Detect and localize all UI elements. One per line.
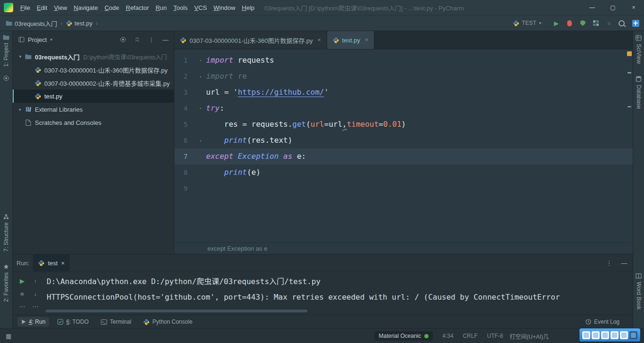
- run-tab[interactable]: test ×: [33, 254, 70, 271]
- tree-item[interactable]: test.py: [13, 90, 174, 103]
- tool-windows-toggle-icon[interactable]: ▦: [6, 333, 11, 340]
- code-line[interactable]: 6▴ print(res.text): [174, 132, 633, 148]
- run-options-button[interactable]: ⋮: [605, 259, 613, 267]
- menu-refactor[interactable]: Refactor: [123, 2, 152, 13]
- menu-window[interactable]: Window: [210, 2, 239, 13]
- menu-help[interactable]: Help: [239, 2, 258, 13]
- tool-tab-project[interactable]: 1: Project: [3, 35, 9, 67]
- tool-tab-structure[interactable]: 7: Structure: [3, 214, 9, 252]
- tool-tab-python-console[interactable]: Python Console: [140, 317, 196, 327]
- close-icon[interactable]: ×: [365, 37, 368, 43]
- tree-item[interactable]: Scratches and Consoles: [13, 116, 174, 129]
- code-line[interactable]: 3url = 'https://github.com/': [174, 84, 633, 100]
- profiler-button[interactable]: [592, 19, 600, 27]
- workspace: Project ▾ ⋮— ▾03requests入门D:\python\爬虫课\…: [13, 31, 633, 254]
- more-actions-button[interactable]: ⋯: [16, 300, 29, 313]
- line-separator-widget[interactable]: CRLF: [463, 333, 478, 339]
- tool-tab-database[interactable]: Database: [636, 76, 642, 109]
- menu-code[interactable]: Code: [101, 2, 123, 13]
- run-console[interactable]: D:\Anaconda\python.exe D:/python/爬虫课/03r…: [47, 272, 633, 315]
- editor-scrollbar[interactable]: [626, 49, 633, 242]
- code-line[interactable]: 4▾try:: [174, 100, 633, 116]
- menu-edit[interactable]: Edit: [33, 2, 50, 13]
- tool-tab-event-log[interactable]: Event Log: [582, 317, 623, 327]
- hide-run-panel-button[interactable]: —: [620, 259, 628, 267]
- ime-menu-icon[interactable]: [629, 331, 637, 339]
- scroll-down-button[interactable]: ↓: [29, 287, 42, 300]
- tool-tab-run[interactable]: 4: Run: [17, 317, 49, 327]
- chevron-icon[interactable]: ▾: [17, 54, 24, 59]
- debug-button[interactable]: [566, 19, 573, 27]
- restore-button[interactable]: ▢: [603, 0, 623, 15]
- theme-status-widget[interactable]: Material Oceanic: [374, 331, 433, 341]
- collapse-all-button[interactable]: [133, 36, 141, 43]
- stop-button[interactable]: ■: [16, 287, 29, 300]
- locate-file-button[interactable]: [119, 36, 127, 43]
- code-line[interactable]: 7except Exception as e:: [174, 148, 633, 164]
- tool-tab-todo[interactable]: 6: TODO: [54, 317, 92, 327]
- run-button[interactable]: ▶: [553, 19, 560, 27]
- tool-tab-wordbook[interactable]: Word Book: [636, 273, 642, 310]
- ime-toolbar[interactable]: [579, 328, 640, 342]
- analysis-indicator[interactable]: [627, 51, 632, 56]
- stop-button[interactable]: ■: [605, 19, 613, 27]
- tree-item[interactable]: 0307-03-00000002-山禾-肯德基多城市采集.py: [13, 76, 174, 90]
- breadcrumb-item[interactable]: test.py: [65, 19, 93, 28]
- menu-tools[interactable]: Tools: [170, 2, 191, 13]
- more-actions-button[interactable]: ⋯: [29, 300, 42, 313]
- encoding-widget[interactable]: UTF-8: [487, 333, 503, 339]
- editor[interactable]: 1▾import requests2▴import re3url = 'http…: [174, 49, 633, 242]
- run-config-selector[interactable]: TEST ▾: [509, 19, 545, 27]
- keyboard-icon[interactable]: [611, 331, 619, 339]
- project-panel-title[interactable]: Project: [28, 36, 47, 43]
- error-stripe-mark[interactable]: [627, 72, 631, 74]
- tool-stripe-button[interactable]: [3, 75, 9, 81]
- fold-icon[interactable]: ▾: [188, 100, 206, 116]
- ime-indicator-icon[interactable]: [632, 19, 639, 27]
- coverage-button[interactable]: [579, 19, 586, 27]
- run-toolbar: ▶↑■↓⋯⋯: [13, 272, 47, 315]
- menu-view[interactable]: View: [50, 2, 70, 13]
- caret-position-widget[interactable]: 4:34: [442, 333, 453, 339]
- fold-icon[interactable]: ▴: [188, 68, 206, 84]
- panel-options-button[interactable]: ⋮: [148, 36, 155, 43]
- close-button[interactable]: ×: [623, 0, 644, 15]
- tree-item[interactable]: ▾03requests入门D:\python\爬虫课\03requests入门: [13, 50, 174, 63]
- chevron-down-icon[interactable]: ▾: [50, 37, 52, 42]
- breadcrumb: 03requests入门›test.py›: [5, 18, 100, 29]
- menu-file[interactable]: File: [17, 2, 33, 13]
- menu-vcs[interactable]: VCS: [191, 2, 210, 13]
- editor-tab[interactable]: 0307-03-00000001-山禾-360图片数据保存.py×: [174, 31, 327, 49]
- editor-tab[interactable]: test.py×: [327, 31, 374, 49]
- tool-tab-terminal[interactable]: Terminal: [97, 317, 135, 327]
- breadcrumb-item[interactable]: 03requests入门: [5, 18, 58, 29]
- chevron-icon[interactable]: ▸: [17, 107, 24, 112]
- search-everywhere-button[interactable]: [619, 19, 626, 27]
- rerun-button[interactable]: ▶: [16, 275, 29, 287]
- code-line[interactable]: 9: [174, 180, 633, 196]
- fold-icon[interactable]: ▴: [188, 132, 206, 148]
- tree-item[interactable]: 0307-03-00000001-山禾-360图片数据保存.py: [13, 63, 174, 76]
- close-icon[interactable]: ×: [318, 37, 321, 43]
- chinese-mode-icon[interactable]: [592, 331, 600, 339]
- hide-panel-button[interactable]: —: [162, 36, 169, 43]
- punctuation-icon[interactable]: [601, 331, 609, 339]
- tree-item[interactable]: ▸External Libraries: [13, 103, 174, 116]
- sogou-logo-icon[interactable]: [582, 331, 590, 339]
- tool-tab-favorites[interactable]: 2: Favorites: [3, 264, 9, 302]
- tool-tab-label: 4: Run: [29, 318, 45, 325]
- settings-icon[interactable]: [620, 331, 628, 339]
- code-line[interactable]: 5 res = requests.get(url=url,timeout=0.0…: [174, 116, 633, 132]
- fold-icon[interactable]: ▾: [188, 52, 206, 68]
- error-stripe-mark[interactable]: [627, 106, 631, 107]
- close-icon[interactable]: ×: [61, 260, 65, 267]
- minimize-button[interactable]: —: [582, 0, 603, 15]
- tool-tab-sciview[interactable]: SciView: [636, 35, 642, 64]
- code-line[interactable]: 1▾import requests: [174, 52, 633, 68]
- scroll-up-button[interactable]: ↑: [29, 275, 42, 287]
- horizontal-scrollbar[interactable]: [46, 310, 307, 312]
- menu-navigate[interactable]: Navigate: [70, 2, 101, 13]
- code-line[interactable]: 2▴import re: [174, 68, 633, 84]
- code-line[interactable]: 8 print(e): [174, 164, 633, 180]
- menu-run[interactable]: Run: [152, 2, 170, 13]
